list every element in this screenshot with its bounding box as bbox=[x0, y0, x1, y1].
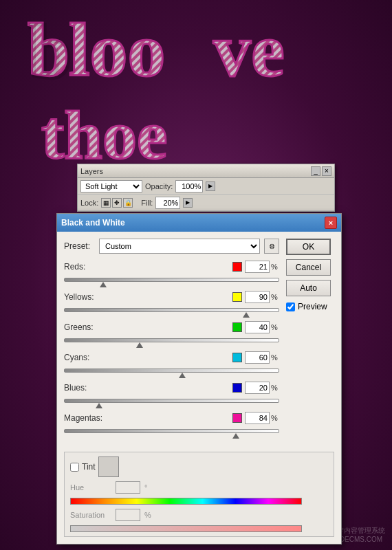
yellows-track-container[interactable] bbox=[64, 305, 279, 316]
preset-select[interactable]: Custom bbox=[99, 239, 260, 254]
magentas-percent: % bbox=[271, 414, 279, 422]
tint-color-swatch[interactable] bbox=[98, 456, 119, 477]
reds-thumb[interactable] bbox=[100, 282, 107, 287]
auto-button[interactable]: Auto bbox=[286, 280, 331, 296]
saturation-unit: % bbox=[144, 511, 153, 519]
tint-section: Tint Hue ° Saturation % bbox=[64, 452, 334, 537]
reds-track bbox=[64, 278, 279, 282]
cyans-percent: % bbox=[271, 353, 279, 362]
magentas-swatch bbox=[232, 413, 242, 423]
bw-right-panel: OK Cancel Auto Preview bbox=[286, 239, 334, 442]
svg-text:thoe: thoe bbox=[41, 97, 167, 173]
lock-all-icon[interactable]: 🔒 bbox=[123, 198, 133, 208]
cyans-label: Cyans: bbox=[64, 353, 109, 362]
cyans-track bbox=[64, 368, 279, 373]
yellows-label: Yellows: bbox=[64, 292, 109, 302]
fill-label: Fill: bbox=[141, 199, 153, 207]
reds-percent: % bbox=[271, 263, 279, 271]
bw-left-panel: Preset: Custom ⚙ Reds: % bbox=[64, 239, 279, 442]
layers-panel-title: Layers bbox=[80, 167, 103, 175]
greens-track bbox=[64, 338, 279, 342]
blues-slider-row: Blues: % bbox=[64, 382, 279, 406]
yellows-percent: % bbox=[271, 293, 279, 301]
layers-blend-row: Soft Light Opacity: ▶ bbox=[78, 178, 334, 195]
bw-close-btn[interactable]: × bbox=[325, 217, 337, 229]
cancel-button[interactable]: Cancel bbox=[286, 259, 331, 276]
preset-options-btn[interactable]: ⚙ bbox=[264, 239, 279, 254]
opacity-label: Opacity: bbox=[145, 182, 173, 190]
yellows-thumb[interactable] bbox=[243, 312, 250, 318]
magentas-track-container[interactable] bbox=[64, 426, 279, 437]
blues-label: Blues: bbox=[64, 383, 109, 393]
svg-text:ve: ve bbox=[213, 8, 285, 92]
hue-track[interactable] bbox=[70, 498, 302, 505]
preset-label: Preset: bbox=[64, 241, 95, 251]
blues-track bbox=[64, 399, 279, 403]
blues-swatch bbox=[232, 383, 242, 393]
yellows-slider-row: Yellows: % bbox=[64, 291, 279, 316]
opacity-input[interactable] bbox=[175, 180, 203, 192]
preview-check[interactable]: Preview bbox=[286, 302, 334, 311]
reds-swatch bbox=[232, 262, 242, 272]
fill-arrow[interactable]: ▶ bbox=[183, 198, 193, 208]
greens-label: Greens: bbox=[64, 322, 109, 332]
svg-text:b: b bbox=[30, 10, 72, 94]
cyans-swatch bbox=[232, 353, 242, 362]
reds-slider-row: Reds: % bbox=[64, 261, 279, 285]
magentas-label: Magentas: bbox=[64, 413, 109, 423]
hue-row: Hue ° bbox=[70, 481, 302, 494]
hue-unit: ° bbox=[144, 483, 153, 492]
tint-header: Tint bbox=[70, 456, 328, 477]
greens-track-container[interactable] bbox=[64, 335, 279, 346]
lock-label: Lock: bbox=[80, 199, 98, 207]
hue-label: Hue bbox=[70, 483, 111, 492]
svg-text:loo: loo bbox=[69, 8, 166, 92]
opacity-arrow[interactable]: ▶ bbox=[206, 182, 215, 191]
preview-checkbox[interactable] bbox=[286, 302, 295, 311]
greens-thumb[interactable] bbox=[136, 342, 143, 348]
fill-input[interactable] bbox=[155, 197, 180, 209]
bw-content: Preset: Custom ⚙ Reds: % bbox=[57, 232, 341, 449]
hue-value-input bbox=[116, 481, 140, 494]
tint-label: Tint bbox=[82, 462, 96, 472]
greens-value[interactable] bbox=[245, 321, 270, 333]
magentas-value[interactable] bbox=[245, 412, 270, 424]
cyans-value[interactable] bbox=[245, 351, 270, 364]
saturation-track[interactable] bbox=[70, 525, 302, 532]
bw-dialog: Black and White × Preset: Custom ⚙ Reds:… bbox=[56, 213, 342, 544]
reds-label: Reds: bbox=[64, 262, 109, 272]
lock-checkered-icon[interactable]: ▦ bbox=[101, 198, 111, 208]
blues-percent: % bbox=[271, 384, 279, 392]
bw-dialog-title: Black and White bbox=[61, 218, 125, 228]
blues-value[interactable] bbox=[245, 382, 270, 394]
preview-label: Preview bbox=[298, 302, 327, 311]
lock-icons: ▦ ✥ 🔒 bbox=[101, 198, 133, 208]
ok-button[interactable]: OK bbox=[286, 239, 331, 255]
lock-move-icon[interactable]: ✥ bbox=[112, 198, 122, 208]
yellows-track bbox=[64, 308, 279, 312]
layers-lock-row: Lock: ▦ ✥ 🔒 Fill: ▶ bbox=[78, 195, 334, 211]
layers-titlebar: Layers _ × bbox=[78, 164, 334, 178]
cyans-slider-row: Cyans: % bbox=[64, 351, 279, 376]
magentas-track bbox=[64, 429, 279, 433]
yellows-value[interactable] bbox=[245, 291, 270, 303]
layers-minimize-btn[interactable]: _ bbox=[311, 166, 320, 176]
cyans-track-container[interactable] bbox=[64, 365, 279, 376]
cyans-thumb[interactable] bbox=[179, 373, 186, 378]
saturation-label: Saturation bbox=[70, 511, 111, 519]
reds-value[interactable] bbox=[245, 261, 270, 273]
saturation-row: Saturation % bbox=[70, 509, 302, 521]
layers-panel: Layers _ × Soft Light Opacity: ▶ Lock: ▦… bbox=[77, 164, 335, 212]
greens-percent: % bbox=[271, 323, 279, 331]
saturation-value-input bbox=[116, 509, 140, 521]
blues-track-container[interactable] bbox=[64, 395, 279, 406]
greens-slider-row: Greens: % bbox=[64, 321, 279, 346]
layers-close-btn[interactable]: × bbox=[322, 166, 331, 176]
magentas-slider-row: Magentas: % bbox=[64, 412, 279, 437]
blues-thumb[interactable] bbox=[96, 403, 102, 408]
magentas-thumb[interactable] bbox=[232, 433, 239, 439]
reds-track-container[interactable] bbox=[64, 274, 279, 285]
blend-mode-select[interactable]: Soft Light bbox=[80, 180, 142, 192]
greens-swatch bbox=[232, 322, 242, 332]
tint-checkbox[interactable] bbox=[70, 463, 79, 472]
